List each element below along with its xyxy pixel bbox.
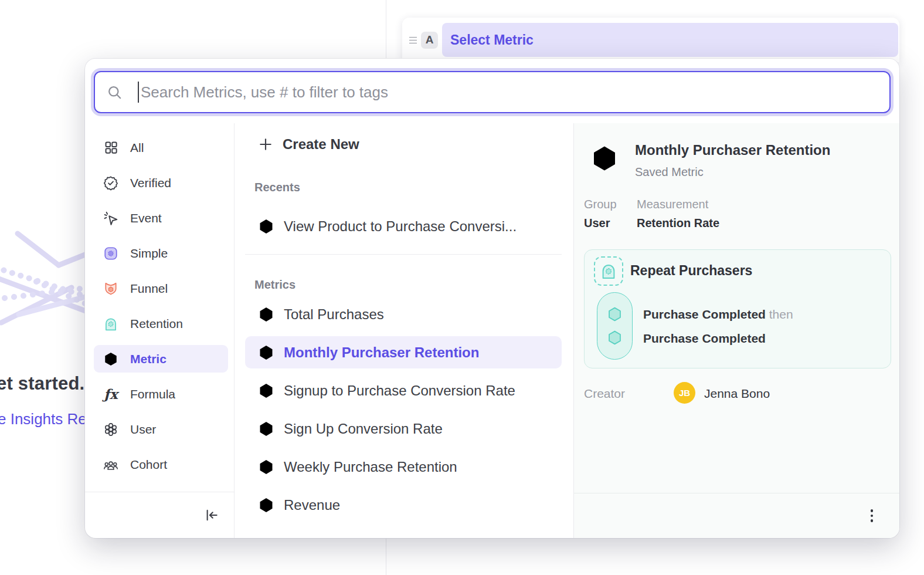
sidebar-item-label: Metric [130, 352, 167, 366]
metric-hexagon-icon [258, 459, 274, 475]
metric-row-label: Sign Up Conversion Rate [284, 421, 443, 437]
sidebar-item-funnel[interactable]: Funnel [94, 275, 228, 302]
sidebar-item-label: User [130, 422, 156, 437]
group-value: User [584, 217, 610, 230]
verified-badge-icon [103, 175, 118, 191]
metric-row-label: Revenue [284, 497, 340, 513]
user-cluster-icon [103, 422, 118, 437]
creator-name: Jenna Bono [704, 387, 770, 401]
create-new-label: Create New [283, 136, 359, 153]
metric-hexagon-icon [258, 344, 274, 361]
cohort-icon [103, 457, 118, 472]
sidebar-item-label: Formula [130, 387, 175, 401]
metric-picker-modal: All Verified Event [85, 59, 899, 538]
metric-row-weekly-purchase-retention[interactable]: Weekly Purchase Retention [245, 451, 562, 483]
recent-metric-row[interactable]: View Product to Purchase Conversi... [245, 210, 562, 242]
details-title: Monthly Purchaser Retention [635, 142, 830, 158]
metric-hexagon-icon [258, 306, 274, 323]
sidebar-item-formula[interactable]: ƒx Formula [94, 380, 228, 408]
search-input[interactable] [141, 83, 878, 102]
details-footer [574, 493, 899, 538]
sidebar-item-label: Funnel [130, 282, 168, 296]
details-subtitle: Saved Metric [635, 165, 704, 179]
step-sequence-capsule [597, 292, 633, 360]
metric-row-monthly-purchaser-retention[interactable]: Monthly Purchaser Retention [245, 336, 562, 368]
creator-avatar: JB [674, 382, 695, 404]
search-icon [107, 84, 123, 100]
text-caret [138, 82, 139, 103]
sidebar-item-label: Verified [130, 176, 171, 190]
select-metric-button[interactable]: Select Metric [442, 23, 898, 57]
background-heading-partial: et started. [0, 373, 84, 394]
collapse-left-icon[interactable] [203, 508, 221, 524]
metric-definition-card: Repeat Purchasers Purchase Completed the… [584, 249, 891, 368]
sidebar-item-label: Cohort [130, 458, 167, 472]
background-link-partial[interactable]: e Insights Re [0, 410, 87, 428]
step-connector: then [769, 307, 793, 321]
sidebar-item-all[interactable]: All [94, 134, 228, 161]
metric-hexagon-icon [258, 383, 274, 399]
definition-step-2: Purchase Completed [643, 332, 766, 346]
funnel-icon [103, 281, 118, 296]
metric-row-sign-up-conversion[interactable]: Sign Up Conversion Rate [245, 412, 562, 445]
list-divider [245, 254, 562, 255]
metric-query-card: A Select Metric [402, 18, 899, 62]
definition-title: Repeat Purchasers [630, 263, 752, 279]
cursor-click-icon [103, 211, 118, 226]
sidebar-item-metric[interactable]: Metric [94, 345, 228, 373]
grid-icon [103, 140, 118, 155]
metric-row-label: Signup to Purchase Conversion Rate [284, 383, 515, 399]
recent-metric-label: View Product to Purchase Conversi... [284, 218, 517, 235]
measurement-value: Retention Rate [637, 217, 719, 230]
metric-row-signup-to-purchase[interactable]: Signup to Purchase Conversion Rate [245, 374, 562, 407]
step-hexagon-icon [606, 306, 623, 323]
recents-header: Recents [254, 181, 573, 195]
metric-hexagon-icon [258, 421, 274, 437]
sidebar-item-user[interactable]: User [94, 415, 228, 443]
simple-metric-icon [103, 246, 118, 261]
sidebar-item-cohort[interactable]: Cohort [94, 451, 228, 478]
sidebar-item-label: Simple [130, 246, 168, 261]
definition-step-1: Purchase Completed then [643, 307, 793, 322]
formula-icon: ƒx [103, 387, 118, 402]
sidebar-item-label: Retention [130, 317, 183, 331]
retention-icon [103, 316, 118, 332]
sidebar-item-event[interactable]: Event [94, 204, 228, 232]
sidebar-item-verified[interactable]: Verified [94, 169, 228, 197]
metric-list-column: Create New Recents View Product to Purch… [235, 123, 573, 538]
metric-hexagon-icon [590, 144, 619, 172]
metric-row-revenue[interactable]: Revenue [245, 489, 562, 521]
metric-row-label: Total Purchases [284, 306, 384, 323]
series-a-badge: A [421, 32, 438, 49]
step-hexagon-icon [606, 329, 623, 346]
drag-handle-icon[interactable] [406, 37, 420, 43]
measurement-label: Measurement [637, 198, 708, 211]
metric-details-panel: Monthly Purchaser Retention Saved Metric… [573, 123, 899, 538]
metric-hexagon-icon [258, 497, 274, 513]
metric-row-total-purchases[interactable]: Total Purchases [245, 298, 562, 330]
sidebar-item-simple[interactable]: Simple [94, 239, 228, 267]
metric-hexagon-icon [103, 351, 118, 367]
plus-icon [258, 137, 273, 152]
sidebar-footer [85, 492, 234, 538]
metric-row-label: Monthly Purchaser Retention [284, 344, 479, 361]
sidebar-item-label: Event [130, 211, 162, 225]
funnel-metric-hexagon-icon [258, 218, 274, 235]
create-new-button[interactable]: Create New [245, 131, 562, 157]
group-label: Group [584, 198, 617, 211]
metric-row-label: Weekly Purchase Retention [284, 459, 457, 475]
search-bar[interactable] [94, 71, 891, 113]
type-filter-sidebar: All Verified Event [85, 123, 235, 538]
more-options-icon[interactable] [865, 508, 878, 524]
creator-label: Creator [584, 387, 625, 401]
sidebar-item-label: All [130, 141, 144, 155]
retention-dashed-icon [594, 256, 623, 286]
sidebar-item-retention[interactable]: Retention [94, 310, 228, 337]
metrics-header: Metrics [254, 278, 573, 292]
select-metric-label: Select Metric [450, 32, 534, 48]
